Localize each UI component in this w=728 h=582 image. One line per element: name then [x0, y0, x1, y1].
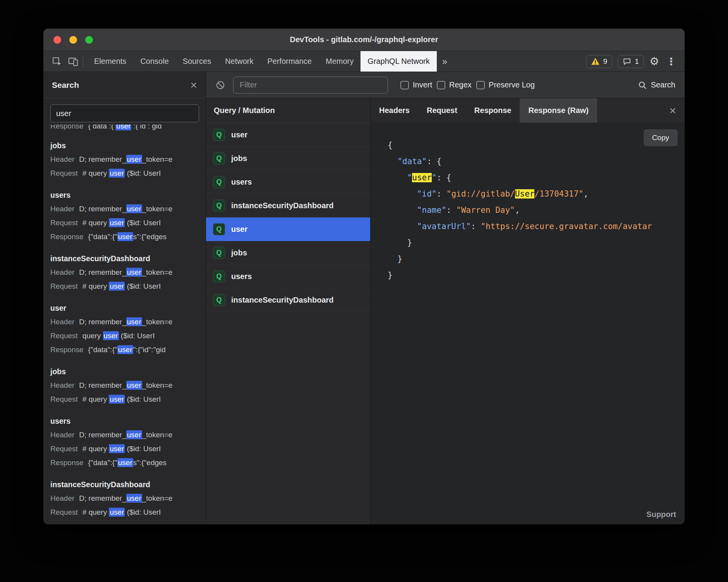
invert-checkbox[interactable]: Invert	[400, 80, 432, 89]
settings-gear-icon[interactable]: ⚙	[649, 56, 659, 67]
block-icon[interactable]	[215, 80, 225, 90]
query-item-users[interactable]: Qusers	[206, 265, 370, 288]
tab-memory[interactable]: Memory	[319, 51, 361, 72]
result-line[interactable]: Response{"data":{"user":{"id":"gid	[50, 343, 199, 357]
search-match-highlight: User	[515, 189, 535, 199]
result-line[interactable]: HeaderD; remember_user_token=e	[50, 152, 199, 166]
json-token	[388, 173, 407, 182]
kebab-menu-icon[interactable]: ⋮	[664, 56, 678, 67]
result-line[interactable]: HeaderD; remember_user_token=e	[50, 315, 199, 329]
result-line-label: Header	[50, 268, 74, 276]
filter-input[interactable]	[233, 77, 388, 94]
query-item-users[interactable]: Qusers	[206, 170, 370, 194]
json-line: }	[388, 267, 685, 283]
text-run: D; remember_	[79, 381, 126, 389]
tab-sources[interactable]: Sources	[176, 51, 218, 72]
result-line[interactable]: HeaderD; remember_user_token=e	[50, 202, 199, 216]
result-line[interactable]: HeaderD; remember_user_token=e	[50, 378, 199, 392]
support-link[interactable]: Support	[646, 510, 676, 519]
result-line[interactable]: Request# query user ($id: UserI	[50, 505, 199, 519]
text-run: ($id: UserI	[125, 445, 161, 453]
json-line: "avatarUrl": "https://secure.gravatar.co…	[388, 218, 685, 235]
text-run: ($id: UserI	[119, 332, 155, 340]
copy-button[interactable]: Copy	[644, 129, 678, 146]
more-tabs-chevron[interactable]: »	[437, 56, 453, 67]
network-search-button[interactable]: Search	[638, 80, 675, 90]
query-type-badge: Q	[213, 247, 225, 259]
json-token: ,	[584, 189, 589, 199]
detail-tab-headers[interactable]: Headers	[371, 98, 418, 123]
result-line[interactable]: Requestquery user ($id: UserI	[50, 329, 199, 343]
toolbar-right-cluster: 9 1 ⚙ ⋮	[586, 55, 685, 68]
regex-checkbox[interactable]: Regex	[437, 80, 472, 89]
match-highlight: user	[109, 444, 125, 453]
text-run: ":{"id":"gid	[133, 346, 166, 354]
tab-network[interactable]: Network	[218, 51, 260, 72]
preserve-log-checkbox[interactable]: Preserve Log	[476, 80, 535, 89]
text-run: D; remember_	[79, 318, 126, 326]
minimize-window-button[interactable]	[69, 36, 77, 44]
result-line-label: Response	[50, 459, 84, 467]
tab-graphql-network[interactable]: GraphQL Network	[361, 51, 436, 72]
checkbox-box	[476, 81, 485, 89]
json-token: :	[436, 189, 446, 199]
match-highlight: user	[109, 282, 125, 291]
messages-badge[interactable]: 1	[618, 55, 644, 68]
tab-elements[interactable]: Elements	[87, 51, 133, 72]
result-line[interactable]: Request# query user ($id: UserI	[50, 392, 199, 406]
zoom-window-button[interactable]	[85, 36, 93, 44]
inspect-icon[interactable]	[49, 53, 65, 70]
query-item-label: instanceSecurityDashboard	[231, 201, 334, 210]
result-line[interactable]: HeaderD; remember_user_token=e	[50, 265, 199, 279]
result-line[interactable]: HeaderD; remember_user_token=e	[50, 491, 199, 505]
result-line[interactable]: Response{"data":{"users":{"edges	[50, 456, 199, 470]
json-line: "id": "gid://gitlab/User/13704317",	[388, 186, 685, 202]
match-highlight: user	[117, 458, 133, 467]
match-highlight: user	[117, 345, 133, 354]
match-highlight: user	[126, 317, 142, 326]
search-results: Response{ data :{ user :{ id : gidjobsHe…	[43, 122, 206, 524]
json-line: }	[388, 235, 685, 251]
device-toolbar-icon[interactable]	[65, 53, 81, 70]
issues-badge[interactable]: 9	[586, 55, 613, 68]
toolbar-divider	[83, 56, 83, 67]
match-highlight: user	[109, 508, 125, 517]
query-item-instancesecuritydashboard[interactable]: QinstanceSecurityDashboard	[206, 194, 370, 217]
detail-tab-request[interactable]: Request	[418, 98, 466, 123]
search-close-icon[interactable]: ×	[190, 79, 197, 91]
query-item-user[interactable]: Quser	[206, 217, 370, 241]
query-type-badge: Q	[213, 270, 225, 282]
json-line: "data": {	[388, 153, 685, 169]
search-panel: Search × Response{ data :{ user :{ id : …	[43, 72, 206, 524]
result-line[interactable]: Request# query user ($id: UserI	[50, 216, 199, 230]
query-item-jobs[interactable]: Qjobs	[206, 241, 370, 265]
close-window-button[interactable]	[53, 36, 61, 44]
result-line[interactable]: Request# query user ($id: UserI	[50, 442, 199, 456]
tab-performance[interactable]: Performance	[261, 51, 319, 72]
detail-close-icon[interactable]: ×	[669, 105, 676, 116]
query-item-user[interactable]: Quser	[206, 123, 370, 147]
text-run: ($id: UserI	[125, 169, 161, 177]
json-line: "name": "Warren Day",	[388, 202, 685, 218]
detail-tab-response-raw[interactable]: Response (Raw)	[520, 98, 597, 123]
query-item-label: jobs	[231, 248, 247, 257]
result-group-title: instanceSecurityDashboard	[50, 252, 199, 265]
result-line-label: Response	[50, 233, 84, 241]
match-highlight: user	[126, 204, 142, 213]
tab-console[interactable]: Console	[133, 51, 175, 72]
detail-tab-response[interactable]: Response	[466, 98, 520, 123]
titlebar: DevTools - gitlab.com/-/graphql-explorer	[43, 29, 685, 51]
text-run: {"data":{"	[88, 459, 117, 467]
result-line-label: Header	[50, 381, 74, 389]
query-item-jobs[interactable]: Qjobs	[206, 147, 370, 170]
result-line[interactable]: Request# query user ($id: UserI	[50, 279, 199, 293]
query-item-instancesecuritydashboard[interactable]: QinstanceSecurityDashboard	[206, 288, 370, 312]
result-line[interactable]: HeaderD; remember_user_token=e	[50, 428, 199, 442]
clipped-result-line[interactable]: Response{ data :{ user :{ id : gid	[50, 125, 199, 131]
json-line: {	[388, 137, 685, 153]
result-line[interactable]: Request# query user ($id: UserI	[50, 166, 199, 180]
search-input[interactable]	[50, 104, 199, 122]
json-token: "	[407, 173, 412, 182]
text-run: D; remember_	[79, 431, 126, 439]
result-line[interactable]: Response{"data":{"users":{"edges	[50, 230, 199, 244]
